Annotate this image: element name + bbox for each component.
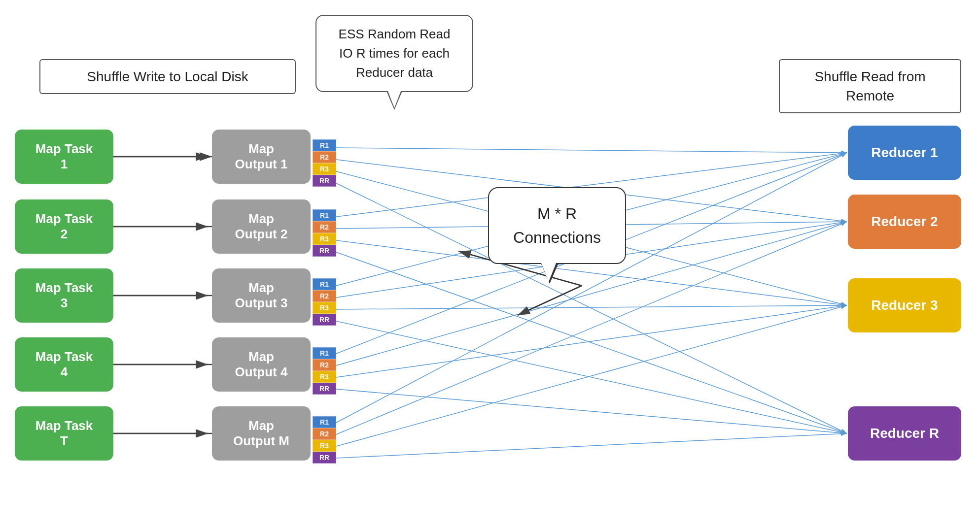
part-r2-mom: R2 [313, 428, 336, 440]
part-r1-mo3: R1 [313, 278, 336, 290]
map-task-t: Map TaskT [15, 406, 113, 461]
shuffle-read-label: Shuffle Read from Remote [779, 59, 961, 113]
map-task-3: Map Task3 [15, 268, 113, 323]
part-r2-mo2: R2 [313, 221, 336, 233]
reducer-3: Reducer 3 [848, 278, 961, 332]
mr-connections-bubble: M * RConnections [488, 187, 626, 264]
svg-line-23 [336, 321, 847, 433]
svg-line-19 [336, 252, 847, 433]
map-output-m: MapOutput M [212, 406, 311, 461]
map-output-2: MapOutput 2 [212, 199, 311, 254]
svg-line-26 [336, 305, 847, 377]
part-r3-mo1: R3 [313, 163, 336, 175]
part-r1-mo4: R1 [313, 347, 336, 359]
part-r2-mo1: R2 [313, 151, 336, 163]
svg-line-31 [336, 433, 847, 458]
part-rr-mo2: RR [313, 245, 336, 257]
part-r1-mo1: R1 [313, 139, 336, 151]
part-r3-mo3: R3 [313, 302, 336, 314]
svg-line-30 [336, 305, 847, 446]
part-r1-mo2: R1 [313, 209, 336, 221]
reducer-r: Reducer R [848, 406, 961, 461]
part-r3-mo4: R3 [313, 371, 336, 383]
partitions-mom: R1 R2 R3 RR [313, 416, 336, 463]
part-rr-mo3: RR [313, 314, 336, 326]
part-rr-mo4: RR [313, 383, 336, 395]
part-rr-mo1: RR [313, 175, 336, 187]
map-task-2: Map Task2 [15, 199, 113, 254]
reducer-1: Reducer 1 [848, 126, 961, 180]
svg-line-27 [336, 389, 847, 433]
svg-line-12 [336, 148, 847, 153]
svg-line-33 [518, 286, 582, 315]
part-r2-mo3: R2 [313, 290, 336, 302]
part-rr-mom: RR [313, 452, 336, 463]
diagram: Shuffle Write to Local Disk Shuffle Read… [0, 0, 980, 529]
partitions-mo3: R1 R2 R3 RR [313, 278, 336, 326]
shuffle-write-label: Shuffle Write to Local Disk [39, 59, 296, 94]
partitions-mo4: R1 R2 R3 RR [313, 347, 336, 395]
partitions-mo1: R1 R2 R3 RR [313, 139, 336, 187]
map-output-1: MapOutput 1 [212, 130, 311, 184]
partitions-mo2: R1 R2 R3 RR [313, 209, 336, 257]
map-task-1: Map Task1 [15, 130, 113, 184]
map-task-4: Map Task4 [15, 337, 113, 392]
part-r3-mom: R3 [313, 440, 336, 452]
part-r1-mom: R1 [313, 416, 336, 428]
ess-bubble: ESS Random ReadIO R times for eachReduce… [315, 15, 473, 92]
reducer-2: Reducer 2 [848, 195, 961, 249]
map-output-3: MapOutput 3 [212, 268, 311, 323]
svg-line-22 [336, 305, 847, 309]
part-r3-mo2: R3 [313, 233, 336, 245]
map-output-4: MapOutput 4 [212, 337, 311, 392]
part-r2-mo4: R2 [313, 359, 336, 371]
